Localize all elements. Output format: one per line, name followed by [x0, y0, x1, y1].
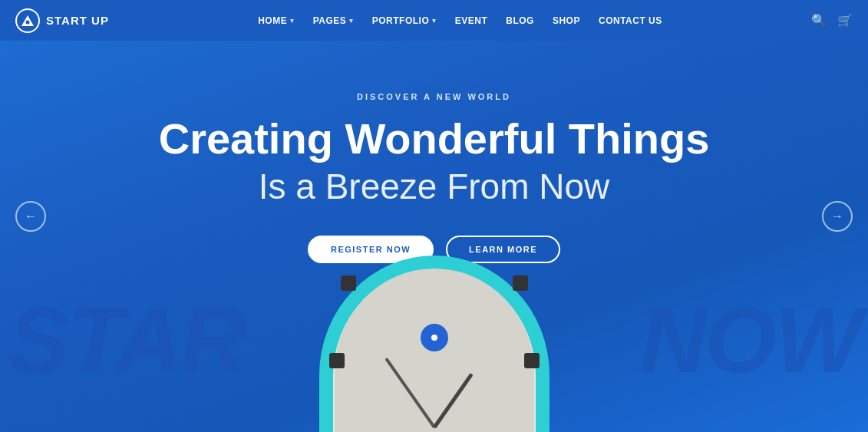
bracket-mid-right — [524, 353, 540, 368]
bracket-top-right — [513, 275, 528, 291]
hero-section: STAR NOW DISCOVER A NEW WORLD Creating W… — [0, 0, 868, 432]
navbar-action-icons: 🔍 🛒 — [811, 13, 853, 28]
chevron-down-icon: ▾ — [349, 17, 354, 25]
hero-title-line2: Is a Breeze From Now — [259, 166, 610, 208]
watermark-left: STAR — [8, 294, 246, 386]
clock-image — [312, 240, 557, 432]
hero-title-line1: Creating Wonderful Things — [159, 115, 710, 163]
bracket-top-left — [341, 275, 356, 291]
clock-face — [335, 269, 534, 432]
clock-outer-ring — [319, 256, 550, 432]
prev-slide-button[interactable]: ← — [15, 201, 46, 232]
nav-item-contact[interactable]: CONTACT US — [599, 15, 662, 26]
nav-item-shop[interactable]: SHOP — [553, 15, 580, 26]
clock-center — [421, 324, 448, 351]
watermark-right: NOW — [640, 294, 860, 386]
navbar: START UP HOME ▾ PAGES ▾ PORTFOLIO ▾ EVEN… — [0, 0, 868, 41]
clock-center-dot — [431, 335, 437, 341]
nav-item-pages[interactable]: PAGES ▾ — [313, 15, 354, 26]
next-slide-button[interactable]: → — [822, 201, 853, 232]
cart-icon[interactable]: 🛒 — [837, 13, 853, 28]
brand-logo-icon — [15, 8, 40, 33]
chevron-down-icon: ▾ — [432, 17, 437, 25]
nav-item-portfolio[interactable]: PORTFOLIO ▾ — [372, 15, 437, 26]
clock-hour-hand — [432, 373, 473, 428]
nav-menu: HOME ▾ PAGES ▾ PORTFOLIO ▾ EVENT BLOG SH… — [258, 15, 662, 26]
clock-minute-hand — [384, 358, 435, 428]
nav-item-home[interactable]: HOME ▾ — [258, 15, 295, 26]
search-icon[interactable]: 🔍 — [811, 13, 827, 28]
hero-subtitle: DISCOVER A NEW WORLD — [357, 92, 511, 101]
svg-point-1 — [26, 20, 30, 24]
chevron-down-icon: ▾ — [290, 17, 295, 25]
nav-item-blog[interactable]: BLOG — [506, 15, 534, 26]
bracket-mid-left — [329, 353, 345, 368]
brand-name: START UP — [46, 14, 109, 27]
nav-item-event[interactable]: EVENT — [455, 15, 488, 26]
brand-logo-link[interactable]: START UP — [15, 8, 109, 33]
